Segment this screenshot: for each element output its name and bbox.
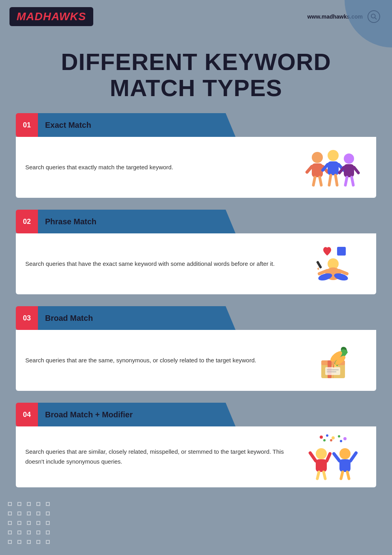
broad-modifier-illustration xyxy=(302,433,365,481)
logo-mad: MAD xyxy=(17,10,43,23)
svg-line-6 xyxy=(313,177,315,185)
svg-point-45 xyxy=(330,439,332,441)
deco-grid-dot xyxy=(17,530,21,534)
svg-point-46 xyxy=(323,439,326,441)
deco-grid-dot xyxy=(46,530,50,534)
deco-grid-dot xyxy=(27,530,31,534)
svg-line-58 xyxy=(341,472,343,479)
match-item-4: 04 Broad Match + Modifier Search queries… xyxy=(16,403,376,487)
svg-line-51 xyxy=(327,454,330,461)
svg-line-57 xyxy=(351,453,356,461)
svg-line-53 xyxy=(324,472,325,479)
match-body-3: Search queries that are the same, synony… xyxy=(16,330,376,391)
deco-grid-dot xyxy=(8,540,12,544)
logo: MADHAWKS xyxy=(9,7,93,26)
svg-rect-27 xyxy=(316,261,322,269)
match-title-4: Broad Match + Modifier xyxy=(45,410,133,419)
broad-match-illustration xyxy=(302,339,365,382)
match-number-4: 04 xyxy=(16,403,38,426)
content: 01 Exact Match Search queries that exact… xyxy=(0,113,392,515)
svg-point-47 xyxy=(340,440,342,442)
logo-text: MADHAWKS xyxy=(17,10,86,23)
match-item-2: 02 Phrase Match Search queries that have… xyxy=(16,210,376,294)
svg-line-17 xyxy=(354,167,358,173)
svg-point-14 xyxy=(344,153,354,164)
match-body-1: Search queries that exactly match the ta… xyxy=(16,137,376,198)
svg-rect-15 xyxy=(344,164,354,177)
match-img-3 xyxy=(300,339,367,382)
svg-rect-55 xyxy=(339,459,351,472)
svg-rect-9 xyxy=(328,161,339,175)
deco-grid-dot xyxy=(17,540,21,544)
deco-grid-dot xyxy=(27,521,31,525)
match-title-bar-1: Exact Match xyxy=(38,113,236,137)
svg-line-4 xyxy=(307,167,312,172)
logo-hawks: HAWKS xyxy=(43,10,86,23)
match-item-1: 01 Exact Match Search queries that exact… xyxy=(16,113,376,198)
match-item-3: 03 Broad Match Search queries that are t… xyxy=(16,306,376,391)
deco-grid-dot xyxy=(36,540,40,544)
match-header-row-4: 04 Broad Match + Modifier xyxy=(16,403,376,426)
svg-point-44 xyxy=(343,437,347,440)
match-number-2: 02 xyxy=(16,210,38,233)
match-desc-1: Search queries that exactly match the ta… xyxy=(25,163,293,172)
match-img-4 xyxy=(300,435,367,479)
deco-grid-dot xyxy=(36,530,40,534)
match-title-bar-2: Phrase Match xyxy=(38,210,236,233)
svg-point-8 xyxy=(328,150,339,161)
svg-line-50 xyxy=(310,453,316,461)
svg-point-40 xyxy=(320,436,323,439)
match-header-row-3: 03 Broad Match xyxy=(16,306,376,330)
match-number-1: 01 xyxy=(16,113,38,137)
svg-point-48 xyxy=(316,448,327,459)
match-title-bar-4: Broad Match + Modifier xyxy=(38,403,236,426)
svg-line-59 xyxy=(347,472,349,479)
match-body-2: Search queries that have the exact same … xyxy=(16,233,376,294)
match-body-4: Search queries that are similar, closely… xyxy=(16,426,376,487)
header: MADHAWKS www.madhawks.com xyxy=(0,0,392,33)
match-title-3: Broad Match xyxy=(45,314,93,323)
match-title-1: Exact Match xyxy=(45,121,91,130)
svg-line-52 xyxy=(317,472,319,479)
svg-point-2 xyxy=(312,152,323,163)
svg-point-42 xyxy=(332,436,335,439)
svg-rect-33 xyxy=(325,367,340,375)
match-header-row-1: 01 Exact Match xyxy=(16,113,376,137)
deco-grid-dot xyxy=(27,540,31,544)
svg-point-41 xyxy=(326,434,328,437)
match-title-bar-3: Broad Match xyxy=(38,306,236,330)
match-img-2 xyxy=(300,242,367,286)
svg-rect-20 xyxy=(337,247,346,256)
svg-rect-49 xyxy=(316,459,327,472)
match-desc-4: Search queries that are similar, closely… xyxy=(25,447,293,467)
deco-grid-dot xyxy=(8,521,12,525)
svg-line-56 xyxy=(334,454,339,461)
deco-grid-dot xyxy=(36,521,40,525)
svg-rect-3 xyxy=(312,163,323,177)
match-number-3: 03 xyxy=(16,306,38,330)
exact-match-illustration xyxy=(302,148,365,187)
match-desc-3: Search queries that are the same, synony… xyxy=(25,356,293,366)
match-desc-2: Search queries that have the exact same … xyxy=(25,259,293,269)
page-title: DIFFERENT KEYWORD MATCH TYPES xyxy=(8,49,384,101)
svg-line-18 xyxy=(345,177,347,185)
match-header-row-2: 02 Phrase Match xyxy=(16,210,376,233)
svg-line-12 xyxy=(329,175,331,185)
deco-grid-dot xyxy=(8,530,12,534)
main-title: DIFFERENT KEYWORD MATCH TYPES xyxy=(0,33,392,113)
svg-point-43 xyxy=(338,435,340,438)
match-img-1 xyxy=(300,146,367,189)
svg-line-7 xyxy=(320,177,321,185)
deco-grid-dot xyxy=(46,540,50,544)
deco-grid-dot xyxy=(46,521,50,525)
deco-grid-dot xyxy=(17,521,21,525)
phrase-match-illustration xyxy=(303,242,363,286)
svg-point-54 xyxy=(339,448,351,459)
match-title-2: Phrase Match xyxy=(45,217,96,226)
svg-line-13 xyxy=(335,175,337,185)
svg-line-19 xyxy=(352,177,353,185)
